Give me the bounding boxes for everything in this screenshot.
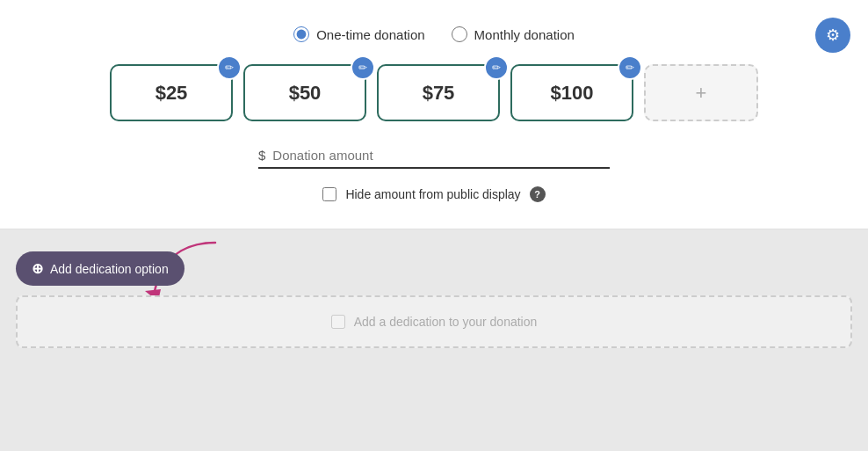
radio-one-time-input[interactable] [293, 26, 309, 42]
dedication-checkbox[interactable] [331, 315, 345, 329]
amount-card-25[interactable]: $25 [110, 64, 233, 121]
amount-card-wrapper-100: $100 ✏ [510, 64, 633, 121]
help-icon-text: ? [534, 189, 540, 200]
amount-card-50-value: $50 [289, 82, 322, 105]
amount-card-75[interactable]: $75 [377, 64, 500, 121]
add-dedication-button[interactable]: ⊕ Add dedication option [16, 251, 184, 286]
dollar-sign: $ [258, 148, 265, 163]
hide-amount-label: Hide amount from public display [345, 187, 520, 201]
amount-cards-row: $25 ✏ $50 ✏ $75 ✏ $100 [53, 64, 815, 121]
dedication-dashed-box: Add a dedication to your donation [16, 295, 852, 348]
amount-card-75-value: $75 [423, 82, 455, 105]
pencil-icon-25: ✏ [225, 62, 234, 74]
add-card-icon: + [696, 82, 707, 105]
amount-card-25-value: $25 [156, 82, 188, 105]
add-dedication-plus-icon: ⊕ [32, 260, 43, 277]
radio-one-time-label: One-time donation [316, 27, 424, 42]
edit-badge-100[interactable]: ✏ [618, 55, 642, 80]
help-icon[interactable]: ? [530, 186, 546, 202]
amount-card-50[interactable]: $50 [243, 64, 366, 121]
amount-card-wrapper-75: $75 ✏ [377, 64, 500, 121]
donation-amount-input-wrapper: $ [258, 148, 610, 169]
amount-card-wrapper-50: $50 ✏ [243, 64, 366, 121]
amount-card-100-value: $100 [551, 82, 594, 105]
bottom-panel: ⊕ Add dedication option Add a dedication… [0, 229, 868, 451]
pencil-icon-100: ✏ [626, 62, 634, 74]
hide-amount-row: Hide amount from public display ? [53, 186, 815, 202]
pencil-icon-75: ✏ [492, 62, 501, 74]
radio-monthly-input[interactable] [452, 26, 467, 42]
radio-monthly-label: Monthly donation [474, 27, 575, 42]
amount-card-100[interactable]: $100 [510, 64, 633, 121]
edit-badge-75[interactable]: ✏ [484, 55, 509, 80]
pencil-icon-50: ✏ [358, 62, 367, 74]
amount-card-wrapper-25: $25 ✏ [110, 64, 233, 121]
add-amount-card[interactable]: + [644, 64, 758, 121]
radio-monthly[interactable]: Monthly donation [452, 26, 575, 42]
donation-amount-row: $ [53, 148, 815, 169]
add-dedication-label: Add dedication option [50, 262, 169, 276]
donation-amount-input[interactable] [272, 148, 610, 163]
edit-badge-50[interactable]: ✏ [351, 55, 375, 80]
radio-one-time[interactable]: One-time donation [293, 26, 424, 42]
gear-button[interactable]: ⚙ [815, 18, 850, 53]
gear-icon: ⚙ [826, 25, 840, 45]
dedication-dashed-label: Add a dedication to your donation [354, 315, 538, 329]
top-panel: ⚙ One-time donation Monthly donation $25… [0, 0, 868, 229]
edit-badge-25[interactable]: ✏ [217, 55, 242, 80]
dedication-checkbox-row: Add a dedication to your donation [331, 315, 538, 329]
hide-amount-checkbox[interactable] [322, 187, 336, 201]
donation-type-group: One-time donation Monthly donation [53, 26, 815, 42]
